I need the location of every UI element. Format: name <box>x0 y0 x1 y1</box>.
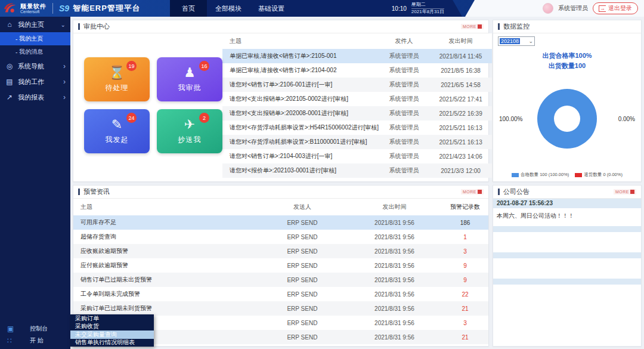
approval-table-row[interactable]: 单据已审核,请接收<销售订单>:2104-002 系统管理员 2021/8/5 … <box>222 63 492 78</box>
sidebar-item[interactable]: 我的工作 <box>0 74 70 89</box>
approval-tile[interactable]: 我审批 16 <box>157 57 222 101</box>
empty-slot-blank <box>493 285 641 318</box>
sidebar-item[interactable]: 我的报表 <box>0 89 70 105</box>
nav-tab[interactable]: 基础设置 <box>250 0 293 17</box>
cell-subject: 请您对<存货浮动耗损率设置>:H54R15006002进行[审核] <box>222 123 379 132</box>
cell-sender: ERP SEND <box>258 305 347 312</box>
approval-table-row[interactable]: 请您对<存货浮动耗损率设置>:H54R15006002进行[审核] 系统管理员 … <box>222 121 492 135</box>
logout-label: 退出登录 <box>608 4 632 13</box>
donut-chart[interactable] <box>537 89 597 149</box>
warning-table-row[interactable]: 应收账款逾期预警 ERP SEND 2021/8/31 9:56 3 <box>73 244 488 258</box>
brand-area: 顺景软件 Centersoft S9 智能ERP管理平台 <box>4 0 141 17</box>
nav-tab[interactable]: 首页 <box>170 0 207 17</box>
warning-table-row[interactable]: 工令单到期未完成预警 ERP SEND 2021/8/31 9:56 22 <box>73 287 488 301</box>
cell-subject: 销售订单已过期未出货预警 <box>73 276 258 284</box>
popup-menu-item[interactable]: 未交采购量查询 <box>70 331 154 339</box>
approval-table-row[interactable]: 请您对<支出报销单>:202105-0002进行[审核] 系统管理员 2021/… <box>222 92 492 106</box>
brand-name: 顺景软件 Centersoft <box>20 4 47 14</box>
warning-table-header: 主题 发送人 发出时间 预警记录数 <box>73 199 488 215</box>
legend-swatch <box>575 173 582 177</box>
cell-count: 1 <box>442 234 488 240</box>
cell-count: 22 <box>442 291 488 298</box>
legend-item: 退货数量 0 (0.00%) <box>575 172 623 178</box>
tile-badge: 2 <box>199 113 209 123</box>
approval-table-row[interactable]: 请您对<报价单>:202103-0001进行[审核] 系统管理员 2021/3/… <box>222 163 492 178</box>
cell-sender: ERP SEND <box>258 262 347 269</box>
cell-subject: 应付账款逾期预警 <box>73 261 258 270</box>
clock: 10:10 星期二 2021年8月31日 <box>392 0 444 17</box>
warning-table-row[interactable]: 销售订单已过期未出货预警 ERP SEND 2021/8/31 9:56 9 <box>73 273 488 287</box>
cell-subject: 请您对<存货浮动耗损率设置>:B11000001进行[审核] <box>222 138 379 146</box>
period-select[interactable]: 202108 ⌄ <box>498 36 535 46</box>
warning-more-link[interactable]: MORE <box>461 189 484 194</box>
ship-qty-line: 出货数量100 <box>498 61 636 71</box>
popup-menu-item[interactable]: 采购收货 <box>70 323 154 331</box>
more-label: MORE <box>463 190 476 194</box>
user-avatar[interactable] <box>543 3 553 14</box>
warning-panel-title: 预警资讯 <box>78 187 110 196</box>
announcement-empty-slot <box>493 252 641 279</box>
cell-time: 2021/8/31 9:56 <box>347 248 442 255</box>
sidebar-footer-icon <box>7 325 17 333</box>
popup-menu-item[interactable]: 销售单执行情况明细表 <box>70 339 154 347</box>
chevron-icon <box>63 93 66 101</box>
approval-table: 主题 发件人 发出时间 单据已审核,请接收<销售订单>:2105-001 系统管… <box>222 33 492 182</box>
header-sender: 发件人 <box>379 37 429 45</box>
cell-subject: 请您对<报价单>:202103-0001进行[审核] <box>222 166 379 175</box>
chevron-down-icon: ⌄ <box>528 38 533 44</box>
cell-time: 2021/8/14 11:45 <box>429 53 492 60</box>
warning-panel-header: 预警资讯 MORE <box>73 186 488 199</box>
warning-table-row[interactable]: 超储存货查询 ERP SEND 2021/8/31 9:56 1 <box>73 230 488 244</box>
warning-table-row[interactable]: 应付账款逾期预警 ERP SEND 2021/8/31 9:56 9 <box>73 258 488 273</box>
empty-slot-blank <box>493 232 641 252</box>
approval-table-row[interactable]: 请您对<销售订单>:2106-001进行[一审] 系统管理员 2021/6/5 … <box>222 78 492 92</box>
cell-time: 2021/8/31 9:56 <box>347 234 442 240</box>
cell-subject: 单据已审核,请接收<销售订单>:2104-002 <box>222 66 379 75</box>
approval-table-row[interactable]: 请您对<存货浮动耗损率设置>:B11000001进行[审核] 系统管理员 202… <box>222 135 492 149</box>
sidebar-item[interactable]: 我的主页 <box>0 17 70 32</box>
tile-label: 待处理 <box>106 83 129 93</box>
monitor-summary: 出货合格率100% 出货数量100 <box>498 51 636 70</box>
cell-time: 2021/8/31 9:56 <box>347 277 442 283</box>
cell-subject: 请您对<销售订单>:2104-003进行[一审] <box>222 152 379 160</box>
announcement-list: 2021-08-27 15:56:23 本周六、周日公司活动！！！ <box>493 199 641 226</box>
cell-sender: 系统管理员 <box>379 66 429 75</box>
donut-right-label: 0.00% <box>618 116 635 122</box>
cell-time: 2021/3/3 12:00 <box>429 168 492 174</box>
sidebar-footer-item[interactable]: 控制台 <box>0 323 70 335</box>
approval-more-link[interactable]: MORE <box>461 24 484 29</box>
announcement-item[interactable]: 2021-08-27 15:56:23 本周六、周日公司活动！！！ <box>493 199 641 226</box>
approval-table-row[interactable]: 请您对<支出报销单>:202008-0001进行[审核] 系统管理员 2021/… <box>222 106 492 121</box>
sidebar-footer-item[interactable]: 开 始 <box>0 335 70 347</box>
cell-subject: 应收账款逾期预警 <box>73 247 258 255</box>
warning-table-row[interactable]: 采购订单已过期未到货预警 ERP SEND 2021/8/31 9:56 21 <box>73 301 488 316</box>
cell-sender: 系统管理员 <box>379 81 429 89</box>
tile-badge: 16 <box>199 61 209 71</box>
cell-subject: 请您对<支出报销单>:202008-0001进行[审核] <box>222 109 379 118</box>
cell-sender: ERP SEND <box>258 248 347 255</box>
approval-tile[interactable]: 抄送我 2 <box>157 109 222 153</box>
sidebar-item[interactable]: 系统导航 <box>0 58 70 74</box>
sidebar: 我的主页 我的主页我的消息 系统导航 <box>0 17 70 349</box>
popup-menu-item[interactable]: 采购订单 <box>70 314 154 323</box>
legend-swatch <box>512 173 519 177</box>
cell-count: 9 <box>442 262 488 269</box>
cell-sender: ERP SEND <box>258 234 347 240</box>
approval-tile[interactable]: 我发起 24 <box>84 109 150 153</box>
clock-date: 2021年8月31日 <box>411 9 444 15</box>
logout-button[interactable]: → 退出登录 <box>593 2 638 14</box>
approval-tile[interactable]: 待处理 19 <box>84 57 150 101</box>
warning-table-row[interactable]: 可用库存不足 ERP SEND 2021/8/31 9:56 186 <box>73 215 488 230</box>
sidebar-subitem[interactable]: 我的主页 <box>0 32 70 45</box>
approval-table-row[interactable]: 请您对<销售订单>:2104-003进行[一审] 系统管理员 2021/4/23… <box>222 149 492 163</box>
announcements-more-link[interactable]: MORE <box>614 189 636 194</box>
announcement-empty-slot <box>493 279 641 318</box>
cell-sender: 系统管理员 <box>379 138 429 146</box>
user-area: 系统管理员 → 退出登录 <box>465 0 644 17</box>
nav-tab[interactable]: 全部模块 <box>207 0 250 17</box>
chart-legend: 合格数量 100 (100.00%) 退货数量 0 (0.00%) <box>498 172 636 178</box>
cell-time: 2021/8/31 9:56 <box>347 291 442 298</box>
approval-table-row[interactable]: 单据已审核,请接收<销售订单>:2105-001 系统管理员 2021/8/14… <box>222 49 492 63</box>
product-badge: S9 <box>59 4 69 13</box>
sidebar-subitem[interactable]: 我的消息 <box>0 45 70 58</box>
